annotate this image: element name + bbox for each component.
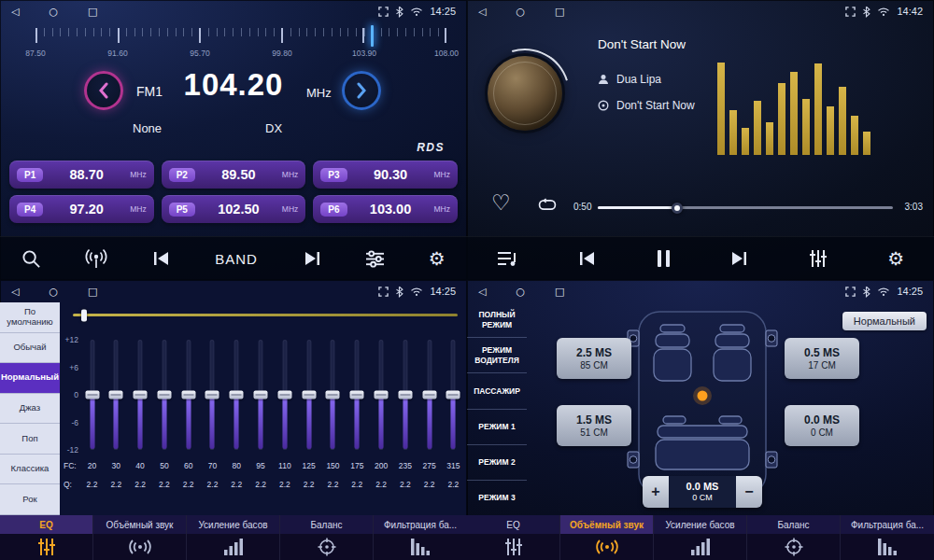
tab-eq[interactable]: EQ <box>467 515 560 560</box>
previous-track-icon[interactable] <box>577 250 598 267</box>
eq-band-slider[interactable] <box>325 340 341 450</box>
tab-balance[interactable]: Баланс <box>280 515 374 560</box>
eq-band-slider[interactable] <box>156 340 172 450</box>
eq-band-slider[interactable] <box>180 340 196 450</box>
recents-icon[interactable]: □ <box>555 7 564 17</box>
eq-band-slider[interactable] <box>133 340 149 450</box>
delay-rear-right[interactable]: 0.0 MS 0 CM <box>785 405 859 446</box>
tab-filter[interactable]: Фильтрация ба... <box>374 515 467 560</box>
previous-station-icon[interactable] <box>151 250 172 267</box>
master-level-slider[interactable] <box>73 314 458 316</box>
slider-knob[interactable] <box>181 391 195 399</box>
tab-surround[interactable]: Объёмный звук <box>560 515 654 560</box>
band-indicator[interactable]: FM1 <box>136 84 163 99</box>
back-icon[interactable]: ◁ <box>11 287 19 297</box>
band-button[interactable]: BAND <box>215 251 258 267</box>
eq-band-slider[interactable] <box>374 340 389 450</box>
favorite-heart-icon[interactable]: ♡ <box>491 192 511 214</box>
eq-band-slider[interactable] <box>108 340 124 450</box>
listening-mode-item[interactable]: РЕЖИМ 3 <box>467 481 527 515</box>
eq-sliders-icon[interactable] <box>809 249 828 268</box>
radio-preset-button[interactable]: P6103.00MHz <box>313 195 458 223</box>
tab-eq[interactable]: EQ <box>0 515 93 560</box>
seek-up-button[interactable] <box>342 71 381 110</box>
slider-knob[interactable] <box>277 391 291 399</box>
eq-band-slider[interactable] <box>253 340 269 450</box>
seek-down-button[interactable] <box>84 71 123 110</box>
broadcast-antenna-icon[interactable] <box>85 248 107 269</box>
recents-icon[interactable]: □ <box>555 287 564 297</box>
eq-band-slider[interactable] <box>229 340 245 450</box>
tab-surround[interactable]: Объёмный звук <box>93 515 187 560</box>
slider-knob[interactable] <box>85 391 99 399</box>
decrease-button[interactable]: − <box>736 476 762 508</box>
eq-preset-item[interactable]: Рок <box>0 484 60 515</box>
pause-icon[interactable] <box>658 250 670 267</box>
progress-bar[interactable] <box>598 206 893 209</box>
slider-knob[interactable] <box>350 391 364 399</box>
master-level-knob[interactable] <box>81 309 87 321</box>
eq-band-slider[interactable] <box>421 340 437 450</box>
tab-bass[interactable]: Усиление басов <box>654 515 747 560</box>
tab-filter[interactable]: Фильтрация ба... <box>841 515 934 560</box>
back-icon[interactable]: ◁ <box>478 7 486 17</box>
eq-preset-item[interactable]: Классика <box>0 455 60 485</box>
delay-front-right[interactable]: 0.5 MS 17 CM <box>785 338 859 379</box>
eq-band-slider[interactable] <box>301 340 317 450</box>
radio-preset-button[interactable]: P188.70MHz <box>9 161 154 189</box>
home-icon[interactable]: ○ <box>49 287 58 297</box>
eq-band-slider[interactable] <box>276 340 292 450</box>
back-icon[interactable]: ◁ <box>11 7 19 17</box>
delay-rear-left[interactable]: 1.5 MS 51 CM <box>557 405 631 446</box>
slider-knob[interactable] <box>109 391 123 399</box>
tune-sliders-icon[interactable] <box>365 250 385 268</box>
slider-knob[interactable] <box>422 391 436 399</box>
progress-knob[interactable] <box>672 203 683 214</box>
next-track-icon[interactable] <box>729 250 749 267</box>
eq-band-slider[interactable] <box>446 340 461 450</box>
scan-search-icon[interactable] <box>21 249 41 269</box>
tab-bass[interactable]: Усиление басов <box>187 515 280 560</box>
slider-knob[interactable] <box>230 391 244 399</box>
listening-mode-item[interactable]: ПОЛНЫЙ РЕЖИМ <box>467 302 527 338</box>
listening-mode-item[interactable]: РЕЖИМ ВОДИТЕЛЯ <box>467 338 527 373</box>
eq-preset-item[interactable]: Обычай <box>0 333 60 364</box>
frequency-ruler[interactable] <box>35 28 446 47</box>
eq-band-slider[interactable] <box>205 340 220 450</box>
repeat-icon[interactable] <box>536 198 559 212</box>
slider-knob[interactable] <box>205 391 219 399</box>
home-icon[interactable]: ○ <box>516 287 525 297</box>
radio-preset-button[interactable]: P289.50MHz <box>162 161 306 189</box>
eq-band-slider[interactable] <box>349 340 365 450</box>
radio-preset-button[interactable]: P5102.50MHz <box>162 195 306 223</box>
home-icon[interactable]: ○ <box>49 7 58 17</box>
next-station-icon[interactable] <box>302 250 322 267</box>
slider-knob[interactable] <box>326 391 340 399</box>
radio-preset-button[interactable]: P390.30MHz <box>313 161 458 189</box>
dx-mode-indicator[interactable]: DX <box>265 121 282 135</box>
eq-preset-item[interactable]: По умолчанию <box>0 302 60 333</box>
home-icon[interactable]: ○ <box>516 7 525 17</box>
recents-icon[interactable]: □ <box>88 287 97 297</box>
recents-icon[interactable]: □ <box>88 7 97 17</box>
delay-front-left[interactable]: 2.5 MS 85 CM <box>557 338 631 379</box>
slider-knob[interactable] <box>302 391 316 399</box>
eq-preset-item[interactable]: Нормальный <box>0 363 60 394</box>
sound-profile-button[interactable]: Нормальный <box>842 312 927 330</box>
radio-preset-button[interactable]: P497.20MHz <box>9 195 154 223</box>
slider-knob[interactable] <box>446 391 460 399</box>
eq-band-slider[interactable] <box>84 340 100 450</box>
eq-preset-item[interactable]: Поп <box>0 424 60 455</box>
album-art[interactable] <box>488 56 562 131</box>
slider-knob[interactable] <box>375 391 389 399</box>
increase-button[interactable]: + <box>643 476 669 508</box>
eq-band-slider[interactable] <box>397 340 413 450</box>
slider-knob[interactable] <box>157 391 171 399</box>
back-icon[interactable]: ◁ <box>478 287 486 297</box>
playlist-icon[interactable] <box>497 250 517 267</box>
slider-knob[interactable] <box>254 391 268 399</box>
settings-gear-icon[interactable]: ⚙ <box>887 249 904 268</box>
eq-preset-item[interactable]: Джаз <box>0 394 60 425</box>
listening-mode-item[interactable]: РЕЖИМ 2 <box>467 445 527 481</box>
listening-mode-item[interactable]: РЕЖИМ 1 <box>467 410 527 445</box>
